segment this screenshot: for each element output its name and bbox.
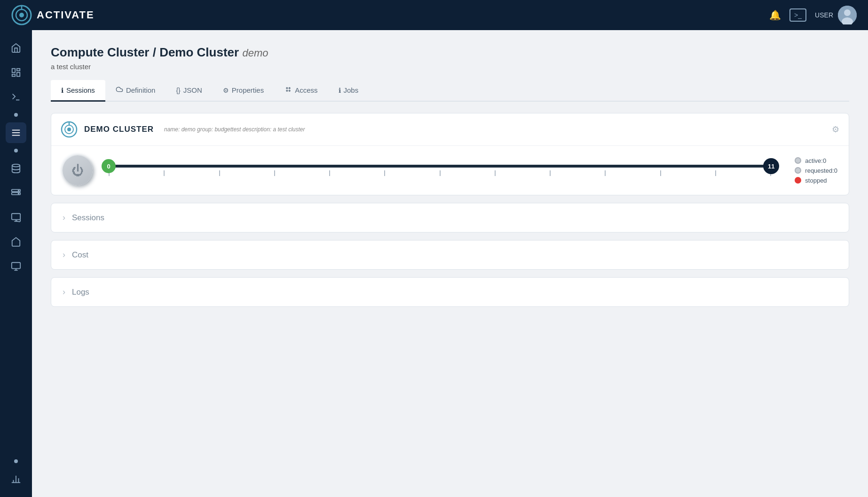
node-slider[interactable]: 0 11: [102, 155, 778, 185]
active-label: active:0: [805, 157, 826, 164]
svg-rect-20: [12, 214, 20, 220]
slider-legend: active:0 requested:0 stopped: [795, 157, 837, 184]
stopped-dot: [795, 177, 801, 184]
cluster-slider-area: 0 11: [51, 146, 849, 195]
cluster-card-header: DEMO CLUSTER name: demo group: budgettes…: [51, 113, 849, 146]
cluster-logo-icon: [61, 121, 78, 138]
sessions-section-toggle[interactable]: › Sessions: [51, 203, 849, 232]
topnav-actions: 🔔 >_ USER: [769, 6, 857, 24]
sidebar: [0, 30, 32, 497]
logs-toggle-icon: ›: [63, 287, 65, 297]
definition-tab-icon: [116, 86, 123, 95]
sidebar-item-layout[interactable]: [6, 62, 26, 83]
active-dot: [795, 157, 801, 164]
tick: [384, 170, 385, 176]
page-tag: demo: [242, 47, 268, 59]
sidebar-item-bucket[interactable]: [6, 232, 26, 252]
main-content: Compute Cluster / Demo Cluster demo a te…: [32, 30, 868, 497]
tick: [495, 170, 496, 176]
sessions-tab-icon: ℹ: [61, 87, 63, 94]
app-name: ACTIVATE: [37, 9, 95, 21]
tick: [550, 170, 551, 176]
tab-jobs[interactable]: ℹ Jobs: [328, 80, 369, 102]
svg-point-32: [286, 90, 288, 91]
svg-point-31: [289, 88, 291, 89]
logs-section-title: Logs: [72, 288, 89, 297]
tab-bar: ℹ Sessions Definition {} JSON ⚙ Properti…: [51, 80, 849, 102]
tick: [164, 170, 165, 176]
sidebar-item-terminal[interactable]: [6, 87, 26, 107]
svg-rect-7: [12, 69, 15, 72]
requested-dot: [795, 167, 801, 174]
tab-definition[interactable]: Definition: [105, 80, 166, 102]
tab-sessions[interactable]: ℹ Sessions: [51, 80, 105, 102]
terminal-icon[interactable]: >_: [789, 8, 806, 22]
tick: [329, 170, 330, 176]
sessions-section-card[interactable]: › Sessions: [51, 203, 849, 232]
tick: [219, 170, 220, 176]
svg-point-36: [67, 128, 71, 131]
sidebar-item-storage3[interactable]: [6, 207, 26, 228]
tab-properties[interactable]: ⚙ Properties: [213, 80, 274, 102]
slider-thumb-min[interactable]: 0: [102, 159, 116, 173]
properties-tab-icon: ⚙: [223, 87, 229, 94]
cost-section-card[interactable]: › Cost: [51, 240, 849, 270]
jobs-tab-icon: ℹ: [339, 87, 341, 94]
username-label: USER: [815, 11, 833, 19]
svg-point-18: [18, 190, 19, 191]
cluster-name: DEMO CLUSTER: [84, 125, 154, 134]
sidebar-item-cluster[interactable]: [6, 122, 26, 143]
tick: [274, 170, 275, 176]
cost-toggle-icon: ›: [63, 250, 65, 260]
tab-json[interactable]: {} JSON: [166, 80, 212, 102]
legend-active: active:0: [795, 157, 837, 164]
cluster-meta: name: demo group: budgettest description…: [164, 126, 305, 133]
tick: [660, 170, 661, 176]
sidebar-dot-1: [14, 113, 18, 117]
requested-label: requested:0: [805, 167, 837, 174]
svg-rect-8: [17, 69, 20, 71]
sidebar-item-storage1[interactable]: [6, 158, 26, 179]
cost-section-toggle[interactable]: › Cost: [51, 240, 849, 269]
slider-thumb-max[interactable]: 11: [763, 158, 779, 174]
svg-point-19: [18, 193, 19, 194]
user-menu[interactable]: USER: [815, 6, 857, 24]
tab-access[interactable]: Access: [274, 80, 328, 102]
app-logo[interactable]: ACTIVATE: [11, 5, 95, 25]
svg-point-30: [286, 88, 288, 89]
notifications-icon[interactable]: 🔔: [769, 9, 781, 21]
sidebar-item-storage2[interactable]: [6, 183, 26, 203]
topnav: ACTIVATE 🔔 >_ USER: [0, 0, 868, 30]
sidebar-item-monitor[interactable]: [6, 256, 26, 277]
slider-track: 0 11: [109, 165, 771, 168]
sidebar-item-chart[interactable]: [6, 469, 26, 489]
legend-stopped: stopped: [795, 177, 837, 184]
cluster-settings-icon[interactable]: ⚙: [832, 124, 839, 135]
svg-point-2: [19, 13, 24, 17]
tick: [605, 170, 606, 176]
main-layout: Compute Cluster / Demo Cluster demo a te…: [0, 30, 868, 497]
legend-requested: requested:0: [795, 167, 837, 174]
logs-section-toggle[interactable]: › Logs: [51, 278, 849, 306]
sidebar-dot-2: [14, 149, 18, 152]
power-button[interactable]: [63, 155, 93, 185]
slider-ticks: [102, 170, 778, 176]
svg-point-15: [12, 164, 20, 167]
svg-rect-10: [12, 74, 15, 77]
sidebar-item-home[interactable]: [6, 38, 26, 58]
logo-icon: [11, 5, 32, 25]
tick: [440, 170, 441, 176]
svg-rect-23: [12, 263, 20, 269]
avatar: [838, 6, 857, 24]
stopped-label: stopped: [805, 177, 827, 184]
cluster-card: DEMO CLUSTER name: demo group: budgettes…: [51, 113, 849, 195]
svg-point-5: [844, 9, 851, 16]
svg-point-33: [289, 90, 291, 91]
tick: [715, 170, 716, 176]
sidebar-dot-3: [14, 459, 18, 463]
page-subtitle: a test cluster: [51, 63, 849, 71]
page-title: Compute Cluster / Demo Cluster demo: [51, 45, 849, 60]
access-tab-icon: [284, 86, 292, 95]
logs-section-card[interactable]: › Logs: [51, 277, 849, 307]
svg-rect-9: [17, 72, 20, 76]
